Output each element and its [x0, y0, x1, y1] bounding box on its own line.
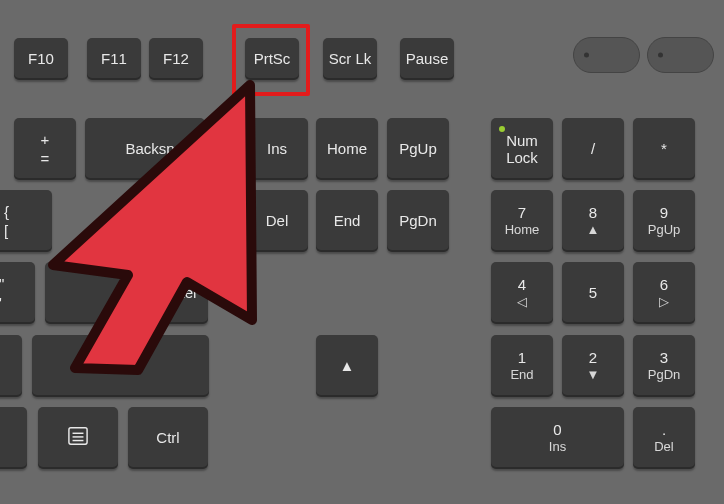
key-label: Shift: [105, 357, 135, 374]
key-label: 8: [589, 204, 597, 221]
key-sublabel: ▼: [587, 368, 600, 383]
key-enter[interactable]: Enter: [45, 262, 208, 324]
key-pgup[interactable]: PgUp: [387, 118, 449, 180]
key-label: PgUp: [399, 140, 437, 157]
key-prtsc[interactable]: PrtSc: [245, 38, 299, 80]
key-home[interactable]: Home: [316, 118, 378, 180]
key-numpad-4[interactable]: 4 ◁: [491, 262, 553, 324]
key-sublabel: End: [510, 368, 533, 383]
key-ctrl[interactable]: Ctrl: [128, 407, 208, 469]
media-strip-1: [573, 37, 640, 73]
key-numpad-2[interactable]: 2 ▼: [562, 335, 624, 397]
key-f12[interactable]: F12: [149, 38, 203, 80]
keyboard-photo: F10 F11 F12 PrtSc Scr Lk Pause + = Backs…: [0, 0, 724, 504]
key-sublabel: PgUp: [648, 223, 681, 238]
key-label: Enter: [162, 284, 198, 301]
key-label-upper: ": [0, 275, 4, 292]
key-numpad-7[interactable]: 7 Home: [491, 190, 553, 252]
key-label: .: [662, 421, 666, 438]
key-label: 4: [518, 276, 526, 293]
svg-rect-4: [69, 428, 87, 444]
key-quote[interactable]: " ': [0, 262, 35, 324]
numlock-led-icon: [499, 126, 505, 132]
key-label: F11: [101, 50, 127, 67]
key-label: Scr Lk: [329, 50, 372, 67]
key-label: Pause: [406, 50, 449, 67]
key-sublabel: ◁: [517, 295, 527, 310]
key-sublabel: Del: [654, 440, 674, 455]
key-label: 7: [518, 204, 526, 221]
key-label: Num: [506, 132, 538, 149]
key-f10[interactable]: F10: [14, 38, 68, 80]
key-label: Backsp: [125, 140, 174, 157]
key-label: 2: [589, 349, 597, 366]
key-end[interactable]: End: [316, 190, 378, 252]
key-numpad-divide[interactable]: /: [562, 118, 624, 180]
key-label: 5: [589, 284, 597, 301]
key-label: F10: [28, 50, 54, 67]
key-del[interactable]: Del: [246, 190, 308, 252]
key-sublabel: ▲: [587, 223, 600, 238]
key-label-lower: [: [4, 222, 8, 239]
key-label: End: [334, 212, 361, 229]
key-label: F12: [163, 50, 189, 67]
key-label: Ins: [267, 140, 287, 157]
key-label: 1: [518, 349, 526, 366]
key-backspace[interactable]: Backsp: [85, 118, 205, 180]
key-label: 6: [660, 276, 668, 293]
key-numpad-1[interactable]: 1 End: [491, 335, 553, 397]
key-label: Del: [266, 212, 289, 229]
menu-icon: [67, 426, 89, 449]
key-numpad-9[interactable]: 9 PgUp: [633, 190, 695, 252]
key-sublabel: PgDn: [648, 368, 681, 383]
key-label: 3: [660, 349, 668, 366]
key-label-upper: {: [4, 203, 9, 220]
key-up-arrow[interactable]: ▲: [316, 335, 378, 397]
key-label: PgDn: [399, 212, 437, 229]
key-f11[interactable]: F11: [87, 38, 141, 80]
key-label: PrtSc: [254, 50, 291, 67]
media-strip-2: [647, 37, 714, 73]
up-arrow-icon: ▲: [340, 357, 355, 374]
key-windows[interactable]: [0, 407, 27, 469]
key-label-upper: +: [41, 131, 50, 148]
key-menu[interactable]: [38, 407, 118, 469]
key-pgdn[interactable]: PgDn: [387, 190, 449, 252]
key-ins[interactable]: Ins: [246, 118, 308, 180]
key-equals[interactable]: + =: [14, 118, 76, 180]
key-label: *: [661, 140, 667, 157]
key-label: /: [591, 140, 595, 157]
key-sublabel: Home: [505, 223, 540, 238]
key-slash[interactable]: ? /: [0, 335, 22, 397]
key-numpad-dot[interactable]: . Del: [633, 407, 695, 469]
key-numpad-3[interactable]: 3 PgDn: [633, 335, 695, 397]
key-numpad-5[interactable]: 5: [562, 262, 624, 324]
key-label: 0: [553, 421, 561, 438]
key-pause[interactable]: Pause: [400, 38, 454, 80]
key-numpad-multiply[interactable]: *: [633, 118, 695, 180]
key-label: 9: [660, 204, 668, 221]
key-open-bracket[interactable]: { [: [0, 190, 52, 252]
key-numpad-6[interactable]: 6 ▷: [633, 262, 695, 324]
key-shift[interactable]: Shift: [32, 335, 209, 397]
key-scrlk[interactable]: Scr Lk: [323, 38, 377, 80]
key-label: Ctrl: [156, 429, 179, 446]
key-numpad-8[interactable]: 8 ▲: [562, 190, 624, 252]
key-sublabel: Ins: [549, 440, 566, 455]
key-label-line2: Lock: [506, 149, 538, 166]
key-label-lower: =: [41, 150, 50, 167]
key-label: Home: [327, 140, 367, 157]
key-numlock[interactable]: Num Lock: [491, 118, 553, 180]
key-numpad-0[interactable]: 0 Ins: [491, 407, 624, 469]
key-sublabel: ▷: [659, 295, 669, 310]
key-label-lower: ': [0, 294, 2, 311]
